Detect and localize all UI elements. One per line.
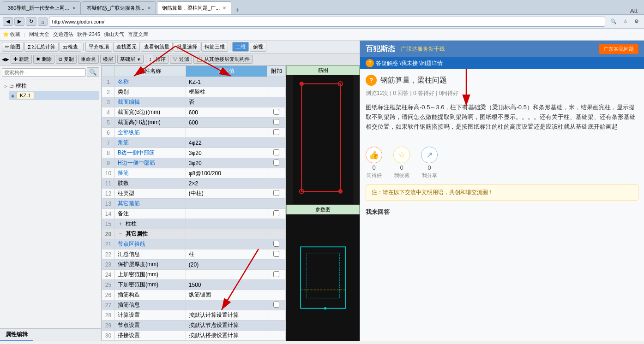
prop-value-31[interactable]: 层顶标高 (186, 341, 267, 342)
cad-3d-btn[interactable]: 钢筋三维 (201, 42, 228, 52)
bookmark-jiaotong[interactable]: 交通违法 (53, 31, 73, 38)
star-icon[interactable]: ☆ (621, 18, 630, 25)
cad-rename-btn[interactable]: 重命名 (78, 55, 99, 64)
bookmark-wangzhi[interactable]: 网址大全 (29, 31, 49, 38)
prop-value-29[interactable]: 按默认节点设置计算 (186, 320, 267, 331)
cad-base-btn[interactable]: 基础层 ▼ (117, 55, 144, 64)
prop-value-22[interactable]: 柱 (186, 249, 267, 260)
row-num-25: 25 (102, 280, 115, 290)
settings-icon[interactable]: ⚙ (632, 18, 641, 25)
bookmark-foshan[interactable]: 佛山天气 (104, 31, 124, 38)
prop-value-9[interactable]: 3φ20 (186, 158, 267, 168)
cad-find-btn[interactable]: 查找图元 (113, 42, 140, 52)
cad-sort-btn[interactable]: 排序 (153, 55, 169, 64)
prop-value-26[interactable]: 纵筋锚固 (186, 290, 267, 300)
prop-name-9[interactable]: H边一侧中部筋 (115, 158, 186, 168)
prop-value-15[interactable] (186, 219, 267, 229)
cad-copy-btn[interactable]: ⧉ 复制 (56, 55, 77, 64)
tab-1-close[interactable]: ✕ (72, 6, 76, 11)
prop-check-5[interactable] (267, 118, 286, 128)
tab-1[interactable]: 360导航_新一代安全上网... ✕ (3, 1, 81, 14)
cad-delete-btn[interactable]: ✖ 删除 (33, 55, 54, 64)
prop-name-8[interactable]: B边一侧中部筋 (115, 148, 186, 158)
prop-check-24[interactable] (267, 270, 286, 280)
cad-fuview-btn[interactable]: 俯视 (250, 42, 266, 52)
star-action[interactable]: ☆ 0 我收藏 (393, 147, 410, 179)
prop-check-6[interactable] (267, 128, 286, 138)
prop-check-31[interactable] (267, 341, 286, 342)
home-button[interactable]: ⌂ (38, 18, 48, 26)
prop-name-21[interactable]: 节点区箍筋 (115, 239, 186, 249)
cad-batch-btn[interactable]: 批量选择 (174, 42, 200, 52)
expand-icon-15[interactable]: ＋ (118, 220, 125, 227)
prop-name-10[interactable]: 箍筋 (115, 168, 186, 178)
back-button[interactable]: ◀ (3, 17, 13, 26)
prop-check-4[interactable] (267, 107, 286, 118)
cad-filter-btn[interactable]: ▽ 过滤 (170, 55, 192, 64)
prop-value-12[interactable]: (中柱) (186, 189, 267, 199)
svg-point-9 (324, 307, 326, 309)
prop-value-4[interactable]: 600 (186, 107, 267, 118)
prop-value-25[interactable]: 1500 (186, 280, 267, 290)
prop-value-14[interactable] (186, 209, 267, 219)
cad-pingqi-btn[interactable]: 平齐板顶 (85, 42, 112, 52)
bookmark-baidu[interactable]: 百度文库 (128, 31, 148, 38)
tree-search-button[interactable]: 🔍 (87, 67, 99, 77)
prop-value-21[interactable] (186, 239, 267, 249)
prop-name-3[interactable]: 截面编辑 (115, 97, 186, 107)
prop-name-13[interactable]: 其它箍筋 (115, 199, 186, 209)
tab-3-close[interactable]: ✕ (223, 6, 226, 11)
cad-copy-from-btn[interactable]: 📋 从其他楼层复制构件 (193, 55, 253, 64)
prop-value-20[interactable] (186, 229, 267, 239)
prop-value-6[interactable] (186, 128, 267, 138)
cad-draw-btn[interactable]: ✏ 绘图 (2, 42, 24, 52)
refresh-button[interactable]: ↻ (26, 17, 36, 26)
thumb-action[interactable]: 👍 0 问得好 (366, 147, 382, 179)
prop-value-23[interactable]: (20) (186, 260, 267, 270)
address-input[interactable] (49, 17, 605, 27)
prop-name-6[interactable]: 全部纵筋 (115, 128, 186, 138)
prop-check-12[interactable] (267, 189, 286, 199)
prop-value-10[interactable]: φ8@100/200 (186, 168, 267, 178)
prop-value-11[interactable]: 2×2 (186, 178, 267, 189)
prop-value-24[interactable] (186, 270, 267, 280)
prop-value-7[interactable]: 4φ22 (186, 138, 267, 148)
prop-value-3[interactable]: 否 (186, 97, 267, 107)
prop-check-22[interactable] (267, 249, 286, 260)
cad-view-btn[interactable]: 查看钢筋量 (141, 42, 173, 52)
prop-name-1[interactable]: 名称 (115, 77, 186, 87)
prop-check-14[interactable] (267, 209, 286, 219)
prop-check-21[interactable] (267, 239, 286, 249)
tab-2-close[interactable]: ✕ (147, 6, 151, 11)
cad-2d-btn[interactable]: 二维 (232, 42, 249, 52)
prop-value-2[interactable]: 框架柱 (186, 87, 267, 97)
prop-value-30[interactable]: 按默认搭接设置计算 (186, 331, 267, 341)
tree-search-input[interactable] (2, 68, 86, 77)
prop-check-8[interactable] (267, 148, 286, 158)
prop-name-7[interactable]: 角筋 (115, 138, 186, 148)
cad-cloud-btn[interactable]: 云检查 (60, 42, 81, 52)
prop-value-5[interactable]: 600 (186, 118, 267, 128)
prop-value-1[interactable]: KZ-1 (186, 77, 267, 87)
bookmark-ruanjian[interactable]: 软件-2345 (77, 31, 100, 38)
tree-child-kz1[interactable]: ◈ KZ-1 (9, 91, 99, 100)
new-tab-button[interactable]: + (232, 6, 242, 14)
property-tab[interactable]: 属性编辑 (0, 329, 33, 341)
prop-value-28[interactable]: 按默认计算设置计算 (186, 310, 267, 320)
tree-root[interactable]: ▷ 🗂 框柱 (2, 81, 99, 91)
share-action[interactable]: ↗ 0 我分享 (421, 147, 438, 179)
prop-value-27[interactable] (186, 300, 267, 310)
forward-button[interactable]: ▶ (14, 17, 24, 26)
tab-3[interactable]: 钢筋算量，梁柱问题_广... ✕ (157, 1, 231, 14)
collapse-icon-20[interactable]: － (118, 231, 125, 237)
prop-value-13[interactable] (186, 199, 267, 209)
cad-sum-btn[interactable]: Σ Σ汇总计算 (24, 42, 59, 52)
guangdong-btn[interactable]: 广东某见问题 (599, 44, 638, 54)
prop-check-27[interactable] (267, 300, 286, 310)
prop-check-9[interactable] (267, 158, 286, 168)
prop-value-8[interactable]: 3φ20 (186, 148, 267, 158)
bookmark-shoucang[interactable]: ⭐ 收藏 (3, 31, 20, 38)
cad-floor-btn[interactable]: 楼层 (100, 55, 116, 64)
cad-new-btn[interactable]: ✚ 新建 (11, 55, 32, 64)
tab-2[interactable]: 答疑解惑_广联达服务新... ✕ (82, 1, 156, 14)
